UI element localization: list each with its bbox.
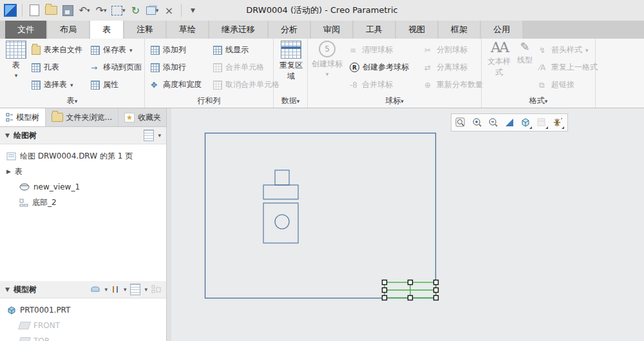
expand-arrow-icon[interactable]: ▶ <box>6 168 11 175</box>
view-item-new-view-1[interactable]: new_view_1 <box>0 179 166 195</box>
model-tree-title: 模型树 <box>14 284 37 295</box>
open-file-button[interactable] <box>44 3 57 17</box>
arrow-style-dropdown-arrow-icon: ▾ <box>585 47 589 54</box>
add-column-icon <box>151 46 160 55</box>
undo-dropdown-arrow-icon[interactable]: ▾ <box>87 7 90 14</box>
collapse-arrow-icon[interactable]: ▼ <box>5 286 10 293</box>
height-width-icon: ✥ <box>151 81 160 90</box>
tree-settings-dropdown-arrow-icon[interactable]: ▾ <box>158 132 161 139</box>
regenerate-button[interactable]: ↻ <box>129 3 142 17</box>
collapse-arrow-icon[interactable]: ▼ <box>5 132 10 139</box>
drawing-sheet[interactable] <box>171 108 644 341</box>
add-column-label: 添加列 <box>163 44 186 55</box>
part-filter-icon[interactable] <box>90 286 100 293</box>
tab-legacy-migration[interactable]: 继承迁移 <box>209 21 267 39</box>
split-balloon-button: ✂分割球标 <box>422 41 485 59</box>
group-label-data[interactable]: 数据▾ <box>274 94 307 108</box>
group-label-table[interactable]: 表▾ <box>0 94 144 108</box>
part-cube-icon <box>6 306 16 315</box>
tab-table[interactable]: 表 <box>90 21 123 39</box>
table-from-file-button[interactable]: 表来自文件 <box>30 41 84 59</box>
tools-dropdown-arrow-icon[interactable]: ▾ <box>124 286 127 293</box>
datum-plane-front-item[interactable]: FRONT <box>0 318 166 333</box>
add-column-button[interactable]: 添加列 <box>149 41 204 59</box>
view-item-bottom-2[interactable]: 底部_2 <box>0 195 166 210</box>
group-label-format[interactable]: 格式▾ <box>482 94 595 108</box>
selected-table[interactable] <box>383 280 439 300</box>
drawing-view-new-view-1[interactable] <box>263 170 298 243</box>
close-window-button[interactable]: × <box>163 3 176 17</box>
create-balloon-button: 5 创建球标 ▾ <box>310 41 344 77</box>
tab-framework[interactable]: 框架 <box>439 21 480 39</box>
part-filter-dropdown-arrow-icon[interactable]: ▾ <box>104 286 108 293</box>
create-balloon-label: 创建球标 <box>312 59 343 70</box>
repeat-region-button[interactable]: 重复区域 <box>277 41 305 82</box>
tree-settings-icon[interactable] <box>144 130 154 141</box>
drawing-page-item[interactable]: 绘图 DRW0004.DRW 的第 1 页 <box>0 148 166 164</box>
ribbon-group-table: 表 ▾ 表来自文件 孔表 选择表▾ 保存表▾ →移动到页面 属性 表▾ <box>0 39 145 108</box>
windows-dropdown-arrow-icon[interactable]: ▾ <box>156 7 159 14</box>
undo-button[interactable]: ↶▾ <box>78 3 91 17</box>
part-item[interactable]: PRT0001.PRT <box>0 302 166 318</box>
app-icon[interactable] <box>4 4 17 17</box>
save-button[interactable] <box>61 3 74 17</box>
merge-cells-icon <box>213 63 222 72</box>
tab-tools[interactable]: 工具 <box>354 21 395 39</box>
table-node-label: 表 <box>15 166 23 177</box>
tab-analysis[interactable]: 分析 <box>269 21 310 39</box>
merge-balloons-icon: -8 <box>350 81 359 90</box>
repeat-last-format-icon: ⁄A <box>539 63 548 72</box>
drawing-tree-header: ▼ 绘图树 ▾ <box>0 127 166 144</box>
create-ref-balloon-label: 创建参考球标 <box>363 62 409 73</box>
windows-button[interactable]: ▾ <box>146 3 159 17</box>
datum-plane-top-item[interactable]: TOP <box>0 333 166 341</box>
add-row-button[interactable]: 添加行 <box>149 59 204 76</box>
line-display-label: 线显示 <box>225 44 249 55</box>
height-width-button[interactable]: ✥高度和宽度 <box>149 76 204 93</box>
move-to-page-button[interactable]: →移动到页面 <box>89 59 144 76</box>
redo-icon: ↷ <box>95 5 104 16</box>
tab-sketch[interactable]: 草绘 <box>167 21 208 39</box>
sheet-frame <box>205 133 436 298</box>
tab-common[interactable]: 公用 <box>481 21 522 39</box>
tab-layout[interactable]: 布局 <box>48 21 89 39</box>
drawing-canvas[interactable] <box>171 108 644 341</box>
table-big-button[interactable]: 表 ▾ <box>4 41 28 79</box>
ribbon: 表 ▾ 表来自文件 孔表 选择表▾ 保存表▾ →移动到页面 属性 表▾ 添加列 … <box>0 39 644 108</box>
tab-review[interactable]: 审阅 <box>311 21 352 39</box>
save-table-button[interactable]: 保存表▾ <box>89 41 144 59</box>
tab-favorites[interactable]: ★ 收藏夹 <box>118 108 166 126</box>
hyperlink-icon: ⧉ <box>539 81 548 90</box>
tree-settings-icon[interactable] <box>130 284 140 295</box>
tab-file[interactable]: 文件 <box>5 21 46 39</box>
tab-folder-browser-label: 文件夹浏览... <box>66 112 112 123</box>
redo-dropdown-arrow-icon[interactable]: ▾ <box>104 7 107 14</box>
customize-toolbar-button[interactable]: ▼ <box>187 3 200 17</box>
new-file-button[interactable] <box>28 3 41 17</box>
hole-table-button[interactable]: 孔表 <box>30 59 84 76</box>
tree-settings-dropdown-arrow-icon[interactable]: ▾ <box>144 286 147 293</box>
text-style-icon: AA <box>491 41 507 55</box>
line-display-button[interactable]: 线显示 <box>211 41 281 59</box>
redistribute-qty-button: ⊕重新分布数量 <box>422 76 485 93</box>
group-format-dropdown-arrow-icon: ▾ <box>545 98 548 104</box>
table-properties-button[interactable]: 属性 <box>89 76 144 93</box>
close-icon: × <box>165 5 173 17</box>
tools-icon[interactable] <box>111 285 120 294</box>
tab-favorites-label: 收藏夹 <box>138 112 161 123</box>
group-label-balloon[interactable]: 球标▾ <box>308 94 481 108</box>
select-table-button[interactable]: 选择表▾ <box>30 76 84 93</box>
create-ref-balloon-button[interactable]: R创建参考球标 <box>348 59 411 76</box>
redo-button[interactable]: ↷▾ <box>95 3 108 17</box>
save-table-label: 保存表 <box>103 44 126 55</box>
table-node-item[interactable]: ▶ 表 <box>0 164 166 179</box>
tab-folder-browser[interactable]: 文件夹浏览... <box>46 108 118 126</box>
tab-model-tree[interactable]: 模型树 <box>0 108 45 126</box>
height-width-label: 高度和宽度 <box>163 79 202 90</box>
tab-view[interactable]: 视图 <box>396 21 437 39</box>
hole-table-icon <box>32 63 41 72</box>
select-mode-button[interactable]: ▾ <box>111 3 126 17</box>
tab-annotate[interactable]: 注释 <box>124 21 166 39</box>
select-mode-dropdown-arrow-icon[interactable]: ▾ <box>122 7 126 14</box>
move-to-page-label: 移动到页面 <box>103 62 142 73</box>
